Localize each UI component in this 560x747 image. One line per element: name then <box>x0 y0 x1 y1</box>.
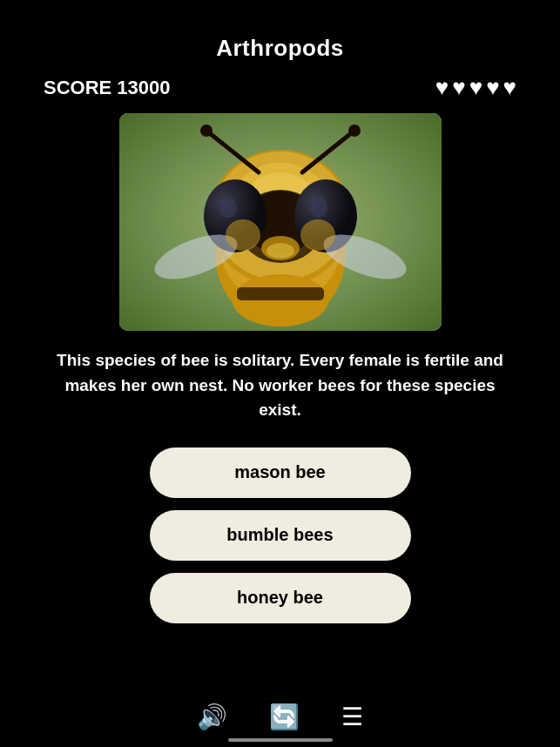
menu-icon[interactable]: ☰ <box>341 703 363 731</box>
heart-icon-1: ♥ <box>435 74 449 101</box>
heart-icon-4: ♥ <box>486 74 499 101</box>
sound-icon[interactable]: 🔊 <box>197 703 227 731</box>
app-container: Arthropods SCORE 13000 ♥ ♥ ♥ ♥ ♥ <box>0 0 560 747</box>
heart-icon-5: ♥ <box>503 74 516 101</box>
svg-point-16 <box>200 124 213 137</box>
answer-button-honey-bee[interactable]: honey bee <box>150 573 411 623</box>
heart-icon-3: ♥ <box>469 74 482 101</box>
score-lives-row: SCORE 13000 ♥ ♥ ♥ ♥ ♥ <box>0 74 560 101</box>
page-title: Arthropods <box>216 35 344 62</box>
svg-point-25 <box>226 219 260 251</box>
svg-point-14 <box>310 197 327 218</box>
svg-point-24 <box>267 243 294 259</box>
lives-container: ♥ ♥ ♥ ♥ ♥ <box>435 74 516 101</box>
bottom-line-indicator <box>228 738 333 742</box>
question-text: This species of bee is solitary. Every f… <box>0 348 560 423</box>
svg-rect-22 <box>237 287 324 300</box>
heart-icon-2: ♥ <box>452 74 465 101</box>
refresh-icon[interactable]: 🔄 <box>269 703 300 731</box>
svg-point-26 <box>300 219 335 251</box>
answer-button-mason-bee[interactable]: mason bee <box>150 448 411 498</box>
score-display: SCORE 13000 <box>44 77 171 99</box>
svg-point-18 <box>348 124 361 137</box>
bee-image <box>119 113 442 331</box>
bottom-bar: 🔊 🔄 ☰ <box>0 703 560 731</box>
answer-button-bumble-bees[interactable]: bumble bees <box>150 510 411 561</box>
svg-point-13 <box>219 197 237 218</box>
